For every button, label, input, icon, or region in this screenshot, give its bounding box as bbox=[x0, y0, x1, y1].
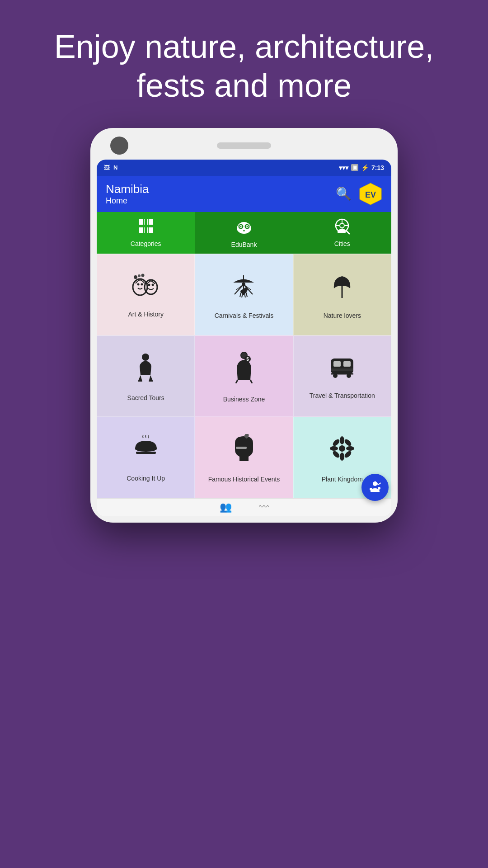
svg-point-74 bbox=[332, 438, 341, 447]
svg-point-35 bbox=[138, 274, 141, 277]
svg-line-49 bbox=[246, 293, 247, 297]
svg-point-45 bbox=[244, 288, 248, 291]
network-icon: N bbox=[113, 164, 117, 171]
phone-camera bbox=[110, 137, 128, 155]
svg-line-47 bbox=[242, 293, 243, 297]
svg-rect-26 bbox=[343, 231, 346, 233]
svg-point-33 bbox=[152, 284, 154, 286]
svg-point-15 bbox=[240, 226, 241, 227]
sacred-icon bbox=[133, 353, 158, 387]
svg-rect-66 bbox=[136, 452, 156, 454]
nature-icon bbox=[328, 273, 356, 304]
svg-line-46 bbox=[240, 293, 241, 297]
svg-point-70 bbox=[340, 436, 344, 444]
category-sacred[interactable]: Sacred Tours bbox=[97, 335, 195, 417]
status-bar: 🖼 N ▾▾▾ ▣ ⚡ 7:13 bbox=[97, 160, 391, 176]
category-nature[interactable]: Nature lovers bbox=[293, 254, 391, 335]
art-history-icon bbox=[131, 274, 160, 303]
travel-icon bbox=[326, 355, 358, 384]
historical-icon bbox=[230, 434, 258, 468]
bottom-people-icon: 👥 bbox=[220, 501, 232, 513]
svg-text:EV: EV bbox=[365, 190, 376, 199]
svg-rect-25 bbox=[338, 230, 341, 233]
bottom-nav: 👥 〰 bbox=[97, 498, 391, 516]
category-business[interactable]: $ Business Zone bbox=[195, 335, 293, 417]
cities-icon bbox=[333, 217, 351, 238]
tab-cities[interactable]: Cities bbox=[293, 212, 391, 254]
phone-mockup: 🖼 N ▾▾▾ ▣ ⚡ 7:13 Namibia Home 🔍 bbox=[90, 128, 398, 523]
tab-edubank-label: EduBank bbox=[231, 241, 257, 248]
tab-cities-label: Cities bbox=[334, 240, 350, 247]
svg-line-48 bbox=[244, 293, 245, 297]
category-historical[interactable]: Famous Historical Events bbox=[195, 417, 293, 498]
sacred-label: Sacred Tours bbox=[127, 394, 164, 402]
sim-icon: ▣ bbox=[351, 164, 358, 171]
fab-icon bbox=[368, 479, 382, 495]
svg-rect-61 bbox=[331, 368, 353, 371]
svg-point-51 bbox=[142, 354, 149, 361]
svg-point-72 bbox=[330, 446, 338, 451]
category-carnivals[interactable]: Carnivals & Festivals bbox=[195, 254, 293, 335]
carnivals-icon bbox=[229, 273, 258, 304]
svg-point-34 bbox=[134, 275, 137, 279]
plant-label: Plant Kingdom bbox=[322, 475, 363, 483]
category-cooking[interactable]: Cooking It Up bbox=[97, 417, 195, 498]
wifi-signal-icon: ▾▾▾ bbox=[339, 164, 348, 171]
clock: 7:13 bbox=[371, 164, 384, 171]
hero-section: Enjoy nature, architecture, fests and mo… bbox=[0, 0, 488, 128]
app-bar-actions: 🔍 EV bbox=[336, 182, 382, 206]
plant-icon bbox=[328, 434, 357, 468]
svg-point-16 bbox=[246, 226, 248, 227]
svg-line-56 bbox=[236, 380, 238, 383]
bottom-wave-icon: 〰 bbox=[259, 501, 269, 513]
cooking-label: Cooking It Up bbox=[127, 474, 165, 482]
svg-point-32 bbox=[148, 284, 150, 286]
tab-edubank[interactable]: EduBank bbox=[195, 212, 293, 254]
categories-icon bbox=[137, 217, 155, 238]
hero-text: Enjoy nature, architecture, fests and mo… bbox=[0, 0, 488, 128]
nature-label: Nature lovers bbox=[324, 311, 361, 320]
svg-rect-60 bbox=[343, 361, 351, 367]
categories-grid: Art & History bbox=[97, 254, 391, 498]
business-icon: $ bbox=[230, 352, 258, 388]
nav-tabs: Categories EduBank bbox=[97, 212, 391, 254]
historical-label: Famous Historical Events bbox=[208, 475, 280, 483]
tab-categories-label: Categories bbox=[131, 240, 161, 247]
phone-speaker bbox=[217, 142, 271, 149]
search-button[interactable]: 🔍 bbox=[336, 186, 352, 201]
svg-point-69 bbox=[339, 445, 345, 452]
svg-point-76 bbox=[332, 450, 341, 459]
phone-screen: 🖼 N ▾▾▾ ▣ ⚡ 7:13 Namibia Home 🔍 bbox=[97, 160, 391, 516]
svg-point-81 bbox=[370, 488, 372, 491]
cooking-icon bbox=[132, 435, 160, 467]
category-travel[interactable]: Travel & Transportation bbox=[293, 335, 391, 417]
svg-text:$: $ bbox=[246, 357, 249, 362]
svg-point-19 bbox=[340, 223, 344, 228]
svg-point-73 bbox=[346, 446, 354, 451]
svg-line-57 bbox=[250, 380, 252, 383]
art-history-label: Art & History bbox=[128, 310, 164, 318]
svg-rect-59 bbox=[333, 361, 341, 367]
travel-label: Travel & Transportation bbox=[310, 392, 375, 400]
svg-point-71 bbox=[340, 453, 344, 461]
brand-shield-icon: EV bbox=[359, 182, 382, 206]
svg-point-82 bbox=[378, 487, 380, 490]
edubank-icon bbox=[235, 217, 253, 239]
business-label: Business Zone bbox=[223, 395, 265, 403]
svg-point-36 bbox=[141, 274, 145, 277]
svg-line-27 bbox=[347, 231, 349, 234]
tab-categories[interactable]: Categories bbox=[97, 212, 195, 254]
app-sub-title: Home bbox=[106, 196, 149, 206]
app-main-title: Namibia bbox=[106, 182, 149, 196]
status-right-icons: ▾▾▾ ▣ ⚡ 7:13 bbox=[339, 164, 384, 171]
status-left-icons: 🖼 N bbox=[104, 164, 117, 171]
svg-point-75 bbox=[343, 438, 352, 447]
category-art-history[interactable]: Art & History bbox=[97, 254, 195, 335]
app-title-block: Namibia Home bbox=[106, 182, 149, 206]
fab-button[interactable] bbox=[361, 474, 389, 501]
svg-line-80 bbox=[378, 483, 381, 485]
notification-icon: 🖼 bbox=[104, 164, 110, 171]
svg-rect-68 bbox=[236, 447, 247, 449]
carnivals-label: Carnivals & Festivals bbox=[215, 311, 274, 320]
svg-point-30 bbox=[141, 283, 143, 286]
